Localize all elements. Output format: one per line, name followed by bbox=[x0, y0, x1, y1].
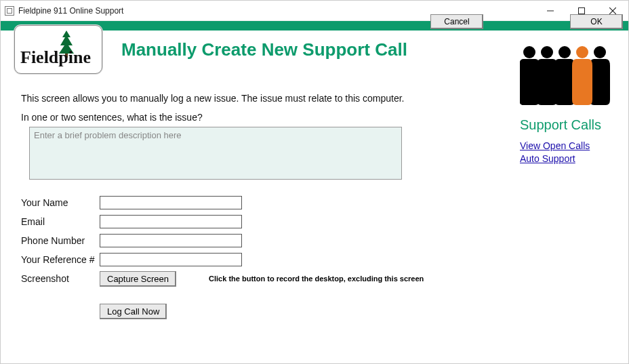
ok-button[interactable]: OK bbox=[570, 14, 623, 29]
svg-point-7 bbox=[541, 46, 553, 58]
phone-field[interactable] bbox=[100, 234, 242, 247]
svg-rect-1 bbox=[579, 7, 585, 14]
name-label: Your Name bbox=[21, 197, 100, 208]
reference-field[interactable] bbox=[100, 253, 242, 266]
issue-description-input[interactable] bbox=[29, 127, 402, 180]
app-icon bbox=[5, 6, 14, 16]
email-label: Email bbox=[21, 216, 100, 227]
link-auto-support[interactable]: Auto Support bbox=[520, 153, 620, 165]
phone-label: Phone Number bbox=[21, 235, 100, 246]
reference-label: Your Reference # bbox=[21, 254, 100, 265]
link-view-open-calls[interactable]: View Open Calls bbox=[520, 140, 620, 153]
capture-screen-button[interactable]: Capture Screen bbox=[100, 271, 176, 287]
log-call-button[interactable]: Log Call Now bbox=[100, 304, 167, 319]
svg-point-9 bbox=[594, 46, 606, 58]
svg-point-10 bbox=[576, 46, 588, 58]
minimize-icon[interactable] bbox=[535, 1, 566, 21]
intro-text: This screen allows you to manually log a… bbox=[21, 93, 509, 104]
logo-text: Fieldpine bbox=[20, 47, 91, 67]
page-title: Manually Create New Support Call bbox=[121, 39, 407, 60]
svg-point-6 bbox=[523, 46, 535, 58]
screenshot-label: Screenshot bbox=[21, 273, 100, 284]
window-titlebar: Fieldpine 911 Online Support bbox=[1, 1, 628, 21]
people-illustration bbox=[520, 40, 615, 108]
issue-prompt: In one or two sentences, what is the iss… bbox=[21, 112, 509, 123]
name-field[interactable] bbox=[100, 196, 242, 209]
email-field[interactable] bbox=[100, 215, 242, 228]
capture-note: Click the button to record the desktop, … bbox=[209, 275, 424, 283]
logo: Fieldpine bbox=[14, 25, 102, 74]
svg-point-8 bbox=[559, 46, 571, 58]
sidebar-heading: Support Calls bbox=[520, 117, 620, 133]
